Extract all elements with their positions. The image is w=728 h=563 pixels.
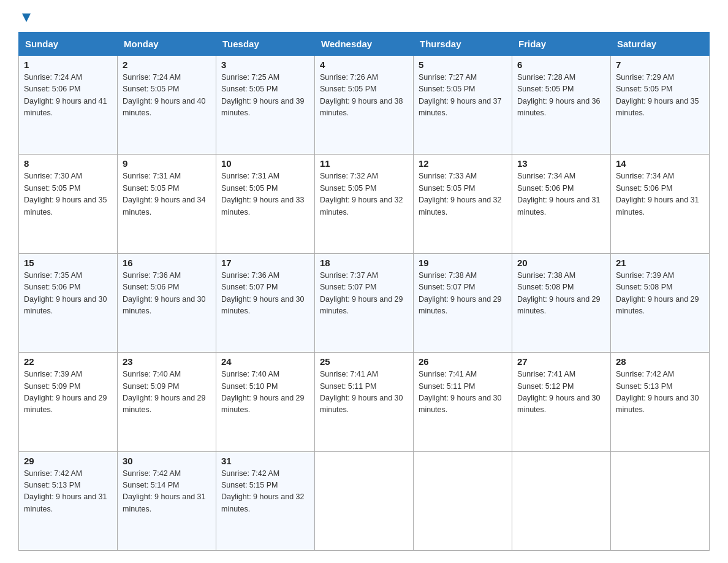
day-number: 23 xyxy=(123,356,211,367)
sunrise-label: Sunrise: 7:26 AM xyxy=(320,73,378,82)
sunset-label: Sunset: 5:15 PM xyxy=(221,481,278,489)
day-cell: 10 Sunrise: 7:31 AM Sunset: 5:05 PM Dayl… xyxy=(216,155,315,253)
sunset-label: Sunset: 5:05 PM xyxy=(320,184,376,193)
sunset-label: Sunset: 5:14 PM xyxy=(123,481,179,489)
sunrise-label: Sunrise: 7:38 AM xyxy=(419,271,477,280)
day-number: 17 xyxy=(221,258,309,268)
daylight-label: Daylight: 9 hours and 29 minutes. xyxy=(419,295,502,315)
daylight-label: Daylight: 9 hours and 29 minutes. xyxy=(221,394,305,414)
day-info: Sunrise: 7:40 AM Sunset: 5:10 PM Dayligh… xyxy=(221,369,309,416)
sunset-label: Sunset: 5:05 PM xyxy=(419,184,475,193)
day-cell: 28 Sunrise: 7:42 AM Sunset: 5:13 PM Dayl… xyxy=(611,353,710,451)
sunset-label: Sunset: 5:10 PM xyxy=(221,382,278,391)
sunrise-label: Sunrise: 7:31 AM xyxy=(123,172,181,180)
day-cell: 15 Sunrise: 7:35 AM Sunset: 5:06 PM Dayl… xyxy=(19,253,118,352)
sunrise-label: Sunrise: 7:36 AM xyxy=(123,271,181,280)
day-info: Sunrise: 7:31 AM Sunset: 5:05 PM Dayligh… xyxy=(221,170,309,218)
day-number: 12 xyxy=(419,158,507,169)
day-cell: 3 Sunrise: 7:25 AM Sunset: 5:05 PM Dayli… xyxy=(216,56,315,155)
week-row-2: 8 Sunrise: 7:30 AM Sunset: 5:05 PM Dayli… xyxy=(19,155,710,253)
day-number: 1 xyxy=(24,59,112,70)
day-cell: 17 Sunrise: 7:36 AM Sunset: 5:07 PM Dayl… xyxy=(216,253,315,352)
sunrise-label: Sunrise: 7:41 AM xyxy=(320,370,378,378)
day-number: 10 xyxy=(221,158,309,169)
daylight-label: Daylight: 9 hours and 35 minutes. xyxy=(616,97,699,117)
sunrise-label: Sunrise: 7:25 AM xyxy=(221,73,279,82)
week-row-1: 1 Sunrise: 7:24 AM Sunset: 5:06 PM Dayli… xyxy=(19,56,710,155)
day-info: Sunrise: 7:39 AM Sunset: 5:08 PM Dayligh… xyxy=(616,270,704,318)
day-cell xyxy=(611,451,710,550)
day-number: 6 xyxy=(517,59,605,70)
svg-marker-0 xyxy=(22,13,31,22)
day-number: 20 xyxy=(517,258,605,268)
sunrise-label: Sunrise: 7:35 AM xyxy=(24,271,82,280)
day-number: 8 xyxy=(24,158,112,169)
sunset-label: Sunset: 5:05 PM xyxy=(320,85,376,93)
sunset-label: Sunset: 5:07 PM xyxy=(221,283,278,291)
page: SundayMondayTuesdayWednesdayThursdayFrid… xyxy=(0,0,728,563)
day-cell: 30 Sunrise: 7:42 AM Sunset: 5:14 PM Dayl… xyxy=(118,451,216,550)
sunset-label: Sunset: 5:08 PM xyxy=(517,283,574,291)
sunset-label: Sunset: 5:05 PM xyxy=(123,85,179,93)
header-cell-tuesday: Tuesday xyxy=(216,33,315,56)
day-info: Sunrise: 7:26 AM Sunset: 5:05 PM Dayligh… xyxy=(320,72,408,120)
day-number: 7 xyxy=(616,59,704,70)
daylight-label: Daylight: 9 hours and 31 minutes. xyxy=(517,196,601,216)
day-number: 18 xyxy=(320,258,408,268)
day-number: 24 xyxy=(221,356,309,367)
header-cell-thursday: Thursday xyxy=(414,33,512,56)
daylight-label: Daylight: 9 hours and 36 minutes. xyxy=(517,97,601,117)
daylight-label: Daylight: 9 hours and 30 minutes. xyxy=(320,394,403,414)
daylight-label: Daylight: 9 hours and 34 minutes. xyxy=(123,196,206,216)
daylight-label: Daylight: 9 hours and 30 minutes. xyxy=(24,295,107,315)
sunrise-label: Sunrise: 7:33 AM xyxy=(419,172,477,180)
sunrise-label: Sunrise: 7:30 AM xyxy=(24,172,82,180)
day-number: 25 xyxy=(320,356,408,367)
day-cell: 13 Sunrise: 7:34 AM Sunset: 5:06 PM Dayl… xyxy=(512,155,611,253)
day-info: Sunrise: 7:24 AM Sunset: 5:05 PM Dayligh… xyxy=(123,72,211,120)
daylight-label: Daylight: 9 hours and 32 minutes. xyxy=(221,492,305,513)
daylight-label: Daylight: 9 hours and 29 minutes. xyxy=(24,394,107,414)
sunrise-label: Sunrise: 7:34 AM xyxy=(616,172,674,180)
day-cell: 25 Sunrise: 7:41 AM Sunset: 5:11 PM Dayl… xyxy=(315,353,414,451)
daylight-label: Daylight: 9 hours and 29 minutes. xyxy=(616,295,699,315)
day-info: Sunrise: 7:42 AM Sunset: 5:13 PM Dayligh… xyxy=(24,468,112,516)
day-info: Sunrise: 7:38 AM Sunset: 5:08 PM Dayligh… xyxy=(517,270,605,318)
daylight-label: Daylight: 9 hours and 29 minutes. xyxy=(123,394,206,414)
sunset-label: Sunset: 5:06 PM xyxy=(24,283,80,291)
day-info: Sunrise: 7:30 AM Sunset: 5:05 PM Dayligh… xyxy=(24,170,112,218)
day-cell: 12 Sunrise: 7:33 AM Sunset: 5:05 PM Dayl… xyxy=(414,155,512,253)
sunset-label: Sunset: 5:11 PM xyxy=(419,382,475,391)
day-cell: 4 Sunrise: 7:26 AM Sunset: 5:05 PM Dayli… xyxy=(315,56,414,155)
sunset-label: Sunset: 5:06 PM xyxy=(123,283,179,291)
sunset-label: Sunset: 5:06 PM xyxy=(24,85,80,93)
day-number: 19 xyxy=(419,258,507,268)
day-number: 14 xyxy=(616,158,704,169)
sunrise-label: Sunrise: 7:28 AM xyxy=(517,73,575,82)
day-cell: 2 Sunrise: 7:24 AM Sunset: 5:05 PM Dayli… xyxy=(118,56,216,155)
day-number: 9 xyxy=(123,158,211,169)
day-info: Sunrise: 7:36 AM Sunset: 5:07 PM Dayligh… xyxy=(221,270,309,318)
day-number: 27 xyxy=(517,356,605,367)
day-info: Sunrise: 7:39 AM Sunset: 5:09 PM Dayligh… xyxy=(24,369,112,416)
day-number: 22 xyxy=(24,356,112,367)
week-row-5: 29 Sunrise: 7:42 AM Sunset: 5:13 PM Dayl… xyxy=(19,451,710,550)
day-info: Sunrise: 7:41 AM Sunset: 5:11 PM Dayligh… xyxy=(419,369,507,416)
day-cell xyxy=(315,451,414,550)
daylight-label: Daylight: 9 hours and 39 minutes. xyxy=(221,97,305,117)
day-cell: 22 Sunrise: 7:39 AM Sunset: 5:09 PM Dayl… xyxy=(19,353,118,451)
sunrise-label: Sunrise: 7:39 AM xyxy=(24,370,82,378)
daylight-label: Daylight: 9 hours and 31 minutes. xyxy=(123,492,206,513)
sunrise-label: Sunrise: 7:24 AM xyxy=(123,73,181,82)
daylight-label: Daylight: 9 hours and 29 minutes. xyxy=(320,295,403,315)
sunrise-label: Sunrise: 7:36 AM xyxy=(221,271,279,280)
header xyxy=(18,12,710,22)
week-row-3: 15 Sunrise: 7:35 AM Sunset: 5:06 PM Dayl… xyxy=(19,253,710,352)
header-cell-monday: Monday xyxy=(118,33,216,56)
day-number: 30 xyxy=(123,456,211,466)
day-number: 5 xyxy=(419,59,507,70)
day-cell: 23 Sunrise: 7:40 AM Sunset: 5:09 PM Dayl… xyxy=(118,353,216,451)
day-number: 15 xyxy=(24,258,112,268)
day-cell: 6 Sunrise: 7:28 AM Sunset: 5:05 PM Dayli… xyxy=(512,56,611,155)
sunset-label: Sunset: 5:05 PM xyxy=(517,85,574,93)
